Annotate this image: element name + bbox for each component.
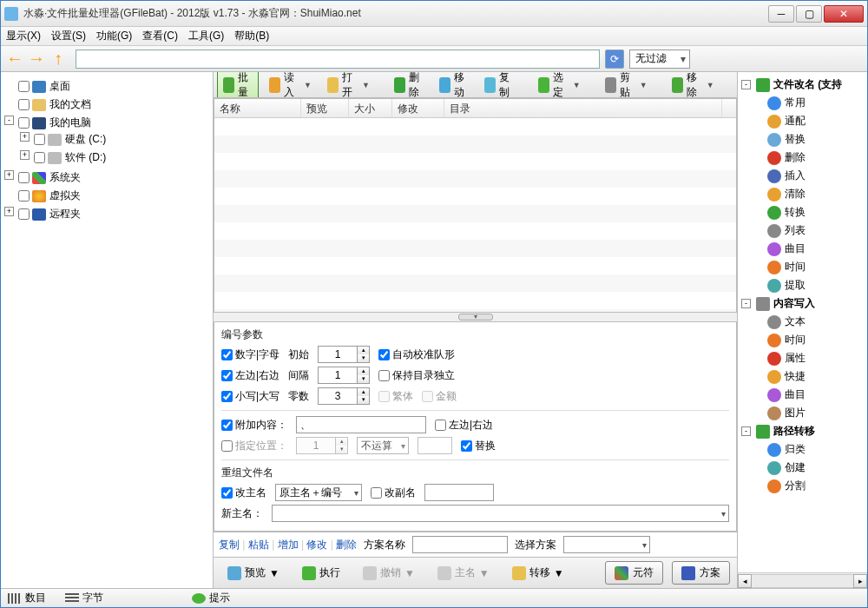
tree-toggle[interactable]: - — [741, 426, 751, 436]
column-header[interactable]: 大小 — [349, 99, 392, 117]
ext-input[interactable] — [424, 484, 494, 501]
chk-left-right[interactable]: 左边|右边 — [221, 368, 279, 383]
nav-back-icon[interactable]: ← — [4, 49, 25, 69]
action-item[interactable]: 清除 — [785, 187, 806, 202]
scheme-复制[interactable]: 复制 — [219, 539, 240, 551]
tree-toggle[interactable]: - — [4, 116, 14, 125]
tree-toggle[interactable]: + — [20, 150, 30, 160]
yuanfu-button[interactable]: 元符 — [605, 561, 663, 585]
right-hscroll[interactable]: ◂▸ — [738, 572, 867, 588]
scheme-修改[interactable]: 修改 — [306, 539, 327, 551]
action-item[interactable]: 时间 — [785, 260, 806, 274]
action-item[interactable]: 创建 — [785, 460, 806, 475]
chk-append-side[interactable]: 左边|右边 — [435, 418, 493, 433]
action-item[interactable]: 转换 — [785, 205, 806, 220]
chk-position[interactable]: 指定位置： — [221, 439, 287, 453]
scheme-select[interactable] — [563, 536, 650, 553]
menu-item[interactable]: 工具(G) — [188, 29, 224, 43]
scheme-增加[interactable]: 增加 — [278, 539, 299, 551]
nav-forward-icon[interactable]: → — [26, 49, 47, 69]
action-item[interactable]: 删除 — [785, 150, 806, 165]
chk-digit-letter[interactable]: 数字|字母 — [221, 347, 279, 362]
chk-change-ext[interactable]: 改副名 — [371, 486, 416, 500]
spinner-interval[interactable]: ▴▾ — [318, 367, 370, 384]
minimize-button[interactable]: ─ — [768, 5, 794, 23]
tree-label[interactable]: 远程夹 — [49, 208, 81, 220]
tree-label[interactable]: 我的电脑 — [49, 116, 91, 129]
new-main-name[interactable] — [272, 505, 729, 522]
maximize-button[interactable]: ▢ — [796, 5, 822, 23]
tree-label[interactable]: 硬盘 (C:) — [65, 133, 106, 145]
tree-checkbox[interactable] — [18, 81, 30, 92]
menu-item[interactable]: 功能(G) — [96, 29, 132, 43]
action-item[interactable]: 文本 — [785, 314, 806, 329]
filter-select[interactable]: 无过滤 — [629, 50, 690, 69]
toolbar-批量[interactable]: 批量 — [217, 72, 259, 98]
action-item[interactable]: 通配 — [785, 114, 806, 129]
toolbar-删除[interactable]: 删除 — [389, 72, 429, 98]
preview-button[interactable]: 预览▼ — [220, 563, 286, 583]
chk-keep-dir[interactable]: 保持目录独立 — [378, 368, 455, 383]
file-list[interactable] — [214, 118, 736, 312]
action-item[interactable]: 替换 — [785, 132, 806, 147]
scheme-name-input[interactable] — [412, 536, 508, 553]
chk-append-content[interactable]: 附加内容： — [221, 418, 287, 433]
action-item[interactable]: 常用 — [785, 96, 806, 110]
append-input[interactable] — [296, 416, 426, 433]
menu-item[interactable]: 查看(C) — [142, 29, 178, 43]
tree-label[interactable]: 我的文档 — [49, 98, 91, 110]
action-item[interactable]: 曲目 — [785, 241, 806, 256]
menu-item[interactable]: 设置(S) — [51, 29, 86, 43]
action-item[interactable]: 分割 — [785, 479, 806, 493]
column-header[interactable]: 修改 — [392, 99, 444, 117]
main-name-select[interactable]: 原主名＋编号 — [275, 484, 362, 501]
menu-item[interactable]: 显示(X) — [6, 29, 41, 43]
action-item[interactable]: 插入 — [785, 169, 806, 183]
group-title[interactable]: 内容写入 — [773, 296, 815, 311]
action-item[interactable]: 列表 — [785, 223, 806, 238]
nav-up-icon[interactable]: ↑ — [48, 49, 69, 69]
transfer-button[interactable]: 转移▼ — [505, 563, 571, 583]
column-header[interactable]: 预览 — [301, 99, 349, 117]
tree-label[interactable]: 虚拟夹 — [49, 189, 81, 202]
toolbar-读入[interactable]: 读入▼ — [264, 72, 317, 98]
address-bar[interactable] — [76, 50, 600, 69]
tree-checkbox[interactable] — [18, 190, 30, 202]
tree-checkbox[interactable] — [18, 208, 30, 220]
column-header[interactable]: 目录 — [444, 99, 722, 117]
toolbar-选定[interactable]: 选定▼ — [533, 72, 586, 98]
tree-label[interactable]: 桌面 — [49, 80, 70, 92]
tree-toggle[interactable]: + — [4, 207, 14, 216]
toolbar-移除[interactable]: 移除▼ — [667, 72, 720, 98]
close-button[interactable]: ✕ — [824, 5, 864, 23]
action-item[interactable]: 快捷 — [785, 369, 806, 384]
tree-toggle[interactable]: + — [20, 132, 30, 142]
toolbar-剪贴[interactable]: 剪贴▼ — [600, 72, 653, 98]
tree-toggle[interactable]: + — [4, 170, 14, 180]
spinner-start[interactable]: ▴▾ — [318, 346, 370, 363]
toolbar-打开[interactable]: 打开▼ — [322, 72, 375, 98]
run-button[interactable]: 执行 — [295, 563, 347, 583]
action-item[interactable]: 提取 — [785, 278, 806, 293]
tree-checkbox[interactable] — [18, 117, 30, 129]
action-item[interactable]: 曲目 — [785, 387, 806, 402]
chk-change-main[interactable]: 改主名 — [221, 486, 266, 500]
tree-checkbox[interactable] — [18, 99, 30, 110]
refresh-button[interactable]: ⟳ — [605, 50, 624, 69]
splitter[interactable]: ▾ — [214, 313, 737, 321]
group-title[interactable]: 路径转移 — [773, 424, 815, 439]
tree-label[interactable]: 系统夹 — [49, 171, 81, 183]
action-item[interactable]: 时间 — [785, 333, 806, 347]
column-header[interactable]: 名称 — [214, 99, 301, 117]
chk-replace[interactable]: 替换 — [461, 439, 496, 453]
scheme-button[interactable]: 方案 — [672, 561, 730, 585]
chk-auto-align[interactable]: 自动校准队形 — [378, 347, 455, 362]
menu-item[interactable]: 帮助(B) — [234, 29, 269, 43]
action-item[interactable]: 归类 — [785, 442, 806, 457]
action-item[interactable]: 图片 — [785, 406, 806, 420]
action-item[interactable]: 属性 — [785, 351, 806, 366]
toolbar-移动[interactable]: 移动 — [434, 72, 474, 98]
scheme-删除[interactable]: 删除 — [336, 539, 357, 551]
spinner-zeros[interactable]: ▴▾ — [318, 387, 370, 405]
group-title[interactable]: 文件改名 (支持 — [773, 77, 842, 92]
